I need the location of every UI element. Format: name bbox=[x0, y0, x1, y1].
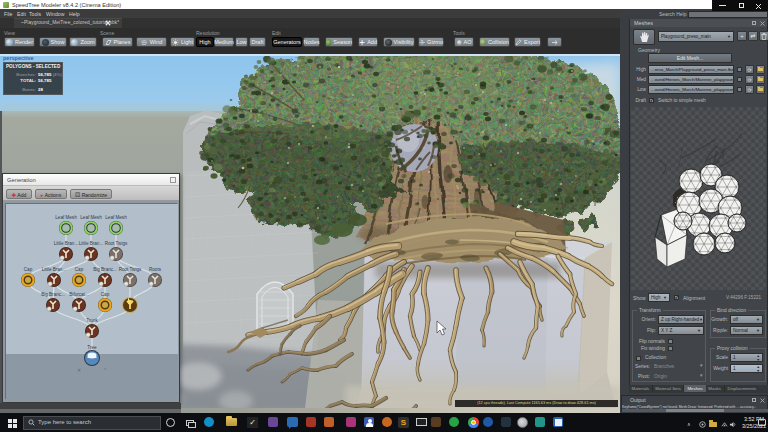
svg-text:Cap: Cap bbox=[75, 267, 84, 272]
svg-text:Roots: Roots bbox=[149, 267, 162, 272]
svg-text:Big Branc...: Big Branc... bbox=[41, 292, 65, 297]
svg-text:Little Bran...: Little Bran... bbox=[79, 241, 104, 246]
svg-text:Tree: Tree bbox=[87, 345, 97, 350]
svg-text:Little Bran...: Little Bran... bbox=[42, 267, 67, 272]
svg-text:Big Branc...: Big Branc... bbox=[93, 267, 117, 272]
svg-text:Cap: Cap bbox=[24, 267, 33, 272]
svg-text:Trunk: Trunk bbox=[86, 318, 98, 323]
svg-text:✕: ✕ bbox=[77, 367, 81, 373]
svg-text:Leaf Mesh: Leaf Mesh bbox=[105, 215, 127, 220]
svg-text:Bifurcat...: Bifurcat... bbox=[69, 292, 88, 297]
svg-text:Root Twigs: Root Twigs bbox=[119, 267, 142, 272]
svg-text:Leaf Mesh: Leaf Mesh bbox=[55, 215, 77, 220]
svg-text:Leaf Mesh: Leaf Mesh bbox=[80, 215, 102, 220]
svg-text:Little Bran...: Little Bran... bbox=[54, 241, 79, 246]
svg-text:⌃: ⌃ bbox=[103, 367, 107, 373]
svg-text:Cap: Cap bbox=[101, 292, 110, 297]
svg-text:Root Twigs: Root Twigs bbox=[105, 241, 128, 246]
